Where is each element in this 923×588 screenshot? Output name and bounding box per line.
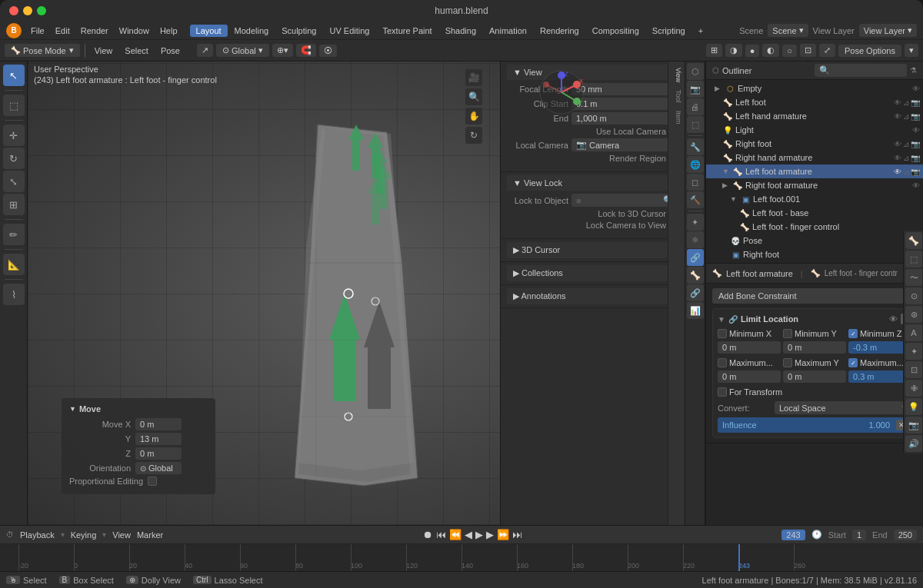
local-camera-value[interactable]: 📷 Camera ✕ <box>571 138 678 151</box>
ti-eye-8[interactable]: 👁 <box>912 181 920 190</box>
max-x-field[interactable]: 0 m <box>718 370 781 383</box>
add-bone-constraint-btn[interactable]: Add Bone Constraint ▾ <box>712 288 917 304</box>
ritab-render[interactable]: 📷 <box>687 81 704 98</box>
tree-item-right-hand-arm[interactable]: 🦴 Right hand armature 👁 ⊿ 📷 <box>706 151 923 164</box>
maximize-button[interactable] <box>37 6 46 15</box>
global-selector[interactable]: ⊙Global▾ <box>216 44 269 57</box>
ti-eye-5[interactable]: 👁 <box>894 140 901 148</box>
tool-scale[interactable]: ⤡ <box>3 171 25 192</box>
vtab-view[interactable]: View <box>670 65 684 85</box>
tab-uv-editing[interactable]: UV Editing <box>323 25 375 37</box>
tl-playback[interactable]: Playback <box>20 530 55 540</box>
pose-mode-selector[interactable]: 🦴 Pose Mode ▾ <box>5 44 80 57</box>
menu-file[interactable]: File <box>26 25 49 37</box>
viewport-size[interactable]: ⊡ <box>800 44 816 57</box>
tree-item-left-foot-arm[interactable]: ▼ 🦴 Left foot armature 👁 ⊿ 📷 <box>706 164 923 178</box>
ritab-text-icon[interactable]: A <box>905 324 922 341</box>
tl-marker[interactable]: Marker <box>137 530 163 540</box>
tree-item-left-foot-finger[interactable]: 🦴 Left foot - finger control <box>706 220 923 234</box>
3d-cursor-header[interactable]: ▶ 3D Cursor <box>507 242 678 258</box>
ritab-light-icon[interactable]: 💡 <box>905 398 922 415</box>
ritab-constraint[interactable]: 🔗 <box>687 249 704 266</box>
ritab-bone-constraint[interactable]: 🔗 <box>687 284 704 301</box>
menu-window[interactable]: Window <box>115 25 154 37</box>
ti-restrict-5[interactable]: ⊿ <box>903 168 909 176</box>
ti-camera-6[interactable]: 📷 <box>911 154 920 162</box>
tool-rotate[interactable]: ↻ <box>3 148 25 169</box>
ritab-bone-icon[interactable]: 🦴 <box>905 232 922 249</box>
pan-btn[interactable]: ✋ <box>465 108 482 125</box>
ritab-mesh-icon[interactable]: ⬚ <box>905 251 922 267</box>
ti-eye[interactable]: 👁 <box>912 85 920 93</box>
toolbar-select[interactable]: Select <box>120 45 153 57</box>
minimize-button[interactable] <box>23 6 32 15</box>
shading-render[interactable]: ○ <box>782 45 797 57</box>
ti-eye-4[interactable]: 👁 <box>912 126 920 135</box>
menu-edit[interactable]: Edit <box>51 25 75 37</box>
tree-item-right-foot-arm[interactable]: ▶ 🦴 Right foot armature 👁 <box>706 178 923 192</box>
viewlayer-selector[interactable]: View Layer▾ <box>859 24 917 37</box>
tool-transform[interactable]: ⊞ <box>3 194 25 215</box>
move-y-value[interactable]: 13 m <box>135 433 182 445</box>
end-frame-box[interactable]: 250 <box>894 530 917 540</box>
ritab-surface-icon[interactable]: ⊙ <box>905 287 922 304</box>
ritab-curve-icon[interactable]: 〜 <box>905 269 922 286</box>
annotations-header[interactable]: ▶ Annotations <box>507 288 678 304</box>
ritab-modifier[interactable]: 🔨 <box>687 191 704 208</box>
tool-cursor[interactable]: ↖ <box>3 65 25 86</box>
tab-modeling[interactable]: Modeling <box>228 25 275 37</box>
max-x-checkbox[interactable] <box>718 358 727 367</box>
move-z-value[interactable]: 0 m <box>135 447 182 460</box>
ti-restrict-2[interactable]: ⊿ <box>903 112 909 121</box>
ti-eye-3[interactable]: 👁 <box>894 112 901 121</box>
ritab-meta-icon[interactable]: ⊛ <box>905 306 922 323</box>
ritab-scene[interactable]: ⬡ <box>687 63 704 80</box>
ti-eye-7[interactable]: 👁 <box>894 168 901 176</box>
tab-animation[interactable]: Animation <box>483 25 533 37</box>
tab-add[interactable]: + <box>692 25 709 37</box>
tab-layout[interactable]: Layout <box>190 25 228 37</box>
ritab-data[interactable]: 📊 <box>687 302 704 319</box>
move-x-value[interactable]: 0 m <box>135 418 182 430</box>
outliner-filter[interactable]: ⚗ <box>910 66 917 75</box>
collections-header[interactable]: ▶ Collections <box>507 265 678 281</box>
constraint-eye[interactable]: 👁 <box>889 314 898 324</box>
prev-keyframe[interactable]: ⏪ <box>449 529 462 540</box>
ti-restrict-3[interactable]: ⊿ <box>903 140 909 148</box>
max-z-checkbox[interactable]: ✓ <box>848 358 858 367</box>
clip-start-value[interactable]: 0.1 m <box>571 98 678 110</box>
min-y-checkbox[interactable] <box>783 329 792 338</box>
influence-row[interactable]: Influence 1.000 ✕ <box>718 417 911 433</box>
toolbar-pose[interactable]: Pose <box>156 45 185 57</box>
tool-move[interactable]: ✛ <box>3 125 25 146</box>
pose-options-button[interactable]: Pose Options <box>838 45 901 57</box>
tree-item-left-foot-001[interactable]: ▼ ▣ Left foot.001 <box>706 192 923 206</box>
snap-toggle[interactable]: 🧲 <box>296 44 316 57</box>
ritab-particles[interactable]: ✦ <box>687 214 704 231</box>
ti-eye-2[interactable]: 👁 <box>894 98 901 107</box>
tl-view[interactable]: View <box>112 530 131 540</box>
ti-camera-3[interactable]: 📷 <box>911 112 920 121</box>
tool-select-box[interactable]: ⬚ <box>3 95 25 116</box>
ti-camera-7[interactable]: 📷 <box>911 168 920 176</box>
ti-camera-2[interactable]: 📷 <box>911 98 920 107</box>
tree-item-left-hand-arm[interactable]: 🦴 Left hand armature 👁 ⊿ 📷 <box>706 109 923 123</box>
tab-shading[interactable]: Shading <box>439 25 482 37</box>
ritab-output[interactable]: 🖨 <box>687 98 704 115</box>
ritab-camera-icon[interactable]: 📷 <box>905 417 922 434</box>
min-z-field[interactable]: -0.3 m <box>848 341 911 354</box>
tab-sculpting[interactable]: Sculpting <box>275 25 322 37</box>
max-z-field[interactable]: 0.3 m <box>848 370 911 383</box>
prev-frame[interactable]: ◀ <box>465 529 472 540</box>
viewport-header-icon[interactable]: ↗ <box>197 44 213 57</box>
min-z-checkbox[interactable]: ✓ <box>848 329 858 338</box>
constraint-expand[interactable]: ▼ <box>718 315 725 324</box>
overlay-toggle[interactable]: ⊞ <box>706 44 722 57</box>
ritab-physics[interactable]: ⚛ <box>687 231 704 248</box>
toolbar-view[interactable]: View <box>90 45 118 57</box>
view-lock-header[interactable]: ▼ View Lock <box>507 175 678 191</box>
skip-to-end[interactable]: ⏭ <box>512 529 522 540</box>
vtab-item[interactable]: Item <box>670 108 684 128</box>
proportional-edit[interactable]: ⦿ <box>319 45 337 57</box>
ritab-armature-icon[interactable]: ✦ <box>905 343 922 360</box>
